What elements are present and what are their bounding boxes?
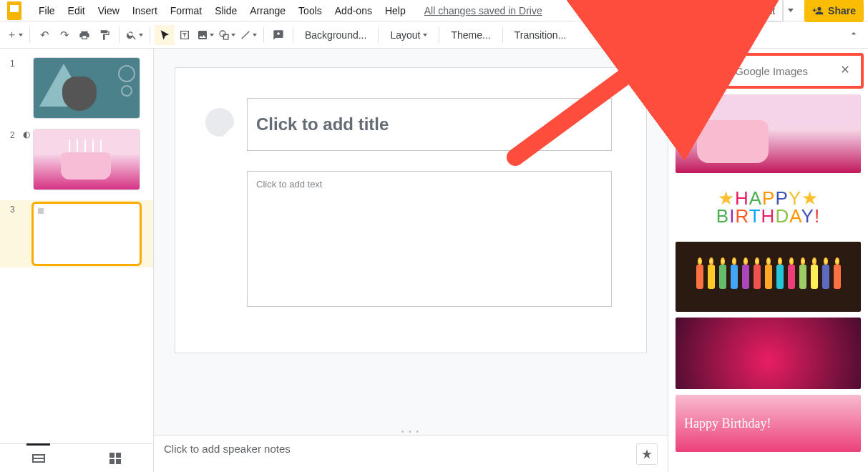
speaker-notes[interactable]: Click to add speaker notes (154, 435, 668, 472)
search-highlight-annotation (673, 53, 864, 89)
paint-format-button[interactable] (94, 25, 114, 45)
layout-button[interactable]: Layout (383, 29, 434, 41)
comment-icon (693, 5, 704, 16)
clear-search-button[interactable] (837, 64, 854, 79)
image-tool[interactable] (195, 25, 216, 45)
filmstrip: 1 2 ◐ 3 (0, 49, 154, 472)
separator (150, 27, 150, 43)
image-result[interactable] (676, 318, 861, 389)
chevron-down-icon (139, 34, 143, 36)
menu-format[interactable]: Format (165, 2, 208, 19)
image-result[interactable] (676, 94, 861, 173)
menu-arrange[interactable]: Arrange (244, 2, 291, 19)
image-results: ★HAPPY★ BIRTHDAY! Happy Birthday! (668, 94, 868, 472)
chevron-down-icon (19, 34, 23, 36)
menu-slide[interactable]: Slide (209, 2, 243, 19)
share-button[interactable]: Share (804, 0, 864, 22)
collapse-toolbar-button[interactable] (848, 28, 859, 41)
menu-tools[interactable]: Tools (293, 2, 328, 19)
top-right-controls: A Present Share (633, 0, 864, 21)
table-row: 2 ◐ (0, 129, 153, 190)
undo-button[interactable]: ↶ (34, 25, 54, 45)
title-placeholder[interactable]: Click to add title (247, 98, 612, 151)
menu-edit[interactable]: Edit (62, 2, 91, 19)
slide-thumbnail-1[interactable] (33, 57, 140, 119)
menu-items: File Edit View Insert Format Slide Arran… (33, 2, 411, 19)
background-button[interactable]: Background... (298, 29, 374, 41)
save-status[interactable]: All changes saved in Drive (424, 5, 542, 16)
slide-number: 3 (10, 203, 23, 265)
share-avatar-placeholder[interactable] (660, 1, 680, 21)
print-button[interactable] (74, 25, 94, 45)
zoom-button[interactable] (124, 25, 145, 45)
zoom-icon (126, 29, 137, 41)
image-search-panel: ★HAPPY★ BIRTHDAY! Happy Birthday! (668, 49, 868, 472)
shape-tool[interactable] (216, 25, 238, 45)
image-search-input[interactable] (683, 65, 837, 77)
canvas-scroll[interactable]: Click to add title Click to add text (154, 49, 668, 428)
redo-button[interactable]: ↷ (54, 25, 74, 45)
add-comment-icon (273, 29, 284, 41)
chevron-down-icon (231, 34, 235, 36)
filmstrip-icon (32, 454, 45, 463)
comment-tool[interactable] (268, 25, 288, 45)
body-placeholder-text: Click to add text (256, 179, 323, 190)
chevron-down-icon (788, 9, 794, 12)
explore-icon (641, 448, 653, 460)
slide-number: 1 (10, 57, 23, 119)
grid-view-button[interactable] (77, 444, 153, 472)
image-result[interactable] (676, 242, 861, 312)
slide-number: 2 (10, 129, 23, 190)
animation-icon: ◐ (23, 129, 30, 139)
present-label: Present (741, 5, 775, 16)
image-icon (197, 29, 208, 41)
textbox-tool[interactable] (175, 25, 195, 45)
account-avatar[interactable]: A (633, 1, 653, 21)
menu-file[interactable]: File (33, 2, 61, 19)
separator (378, 27, 379, 43)
shape-icon (218, 29, 230, 41)
filmstrip-view-button[interactable] (0, 444, 77, 472)
slide-thumbnail-2[interactable] (33, 129, 140, 190)
transition-button[interactable]: Transition... (507, 29, 574, 41)
menu-bar: File Edit View Insert Format Slide Arran… (0, 0, 868, 21)
chevron-down-icon (253, 34, 257, 36)
present-dropdown[interactable] (783, 0, 797, 22)
theme-button[interactable]: Theme... (444, 29, 497, 41)
slide-thumbnail-3[interactable] (33, 203, 140, 265)
search-field-container (676, 56, 861, 86)
explore-button[interactable] (636, 443, 658, 465)
select-tool[interactable] (155, 25, 175, 45)
image-result[interactable]: Happy Birthday! (676, 395, 861, 452)
chevron-down-icon (210, 34, 214, 36)
menu-insert[interactable]: Insert (127, 2, 163, 19)
layout-label: Layout (390, 29, 420, 41)
separator (293, 27, 293, 43)
body-placeholder[interactable]: Click to add text (247, 171, 612, 307)
comments-button[interactable] (687, 1, 710, 21)
menu-help[interactable]: Help (379, 2, 411, 19)
image-result[interactable]: ★HAPPY★ BIRTHDAY! (676, 179, 861, 236)
menu-addons[interactable]: Add-ons (329, 2, 378, 19)
chevron-up-icon (848, 28, 859, 39)
main-area: 1 2 ◐ 3 (0, 49, 868, 472)
chevron-down-icon (423, 34, 427, 36)
grid-icon (109, 453, 121, 464)
person-icon (664, 5, 676, 16)
view-toggles (0, 443, 153, 472)
notes-drag-handle[interactable]: • • • (154, 428, 668, 435)
line-tool[interactable] (238, 25, 259, 45)
slide-canvas[interactable]: Click to add title Click to add text (175, 67, 647, 353)
menu-view[interactable]: View (92, 2, 125, 19)
print-icon (79, 29, 90, 41)
close-icon (839, 64, 851, 75)
new-slide-button[interactable]: ＋ (4, 25, 25, 45)
title-placeholder-text: Click to add title (256, 114, 389, 134)
separator (502, 27, 503, 43)
svg-rect-1 (223, 34, 228, 39)
canvas-area: Click to add title Click to add text • •… (154, 49, 668, 472)
slides-logo[interactable] (4, 1, 24, 21)
present-button[interactable]: Present (717, 0, 783, 22)
table-row: 3 (0, 200, 153, 267)
person-add-icon (812, 5, 824, 16)
